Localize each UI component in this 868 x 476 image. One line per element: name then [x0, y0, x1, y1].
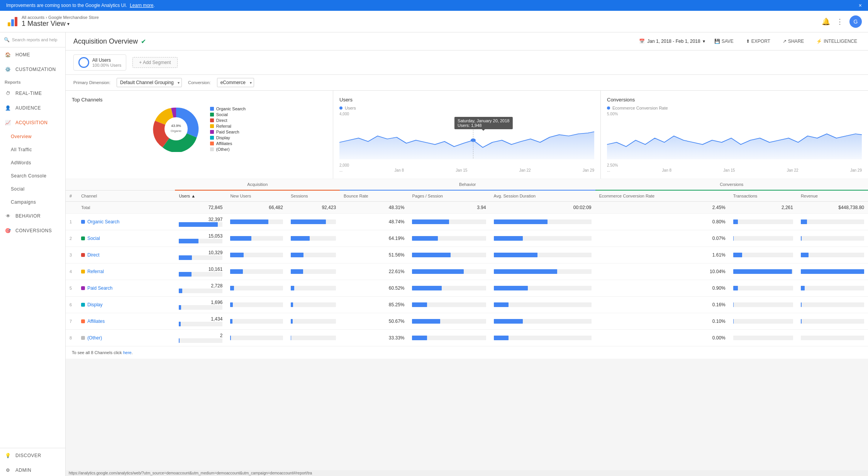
all-users-segment[interactable]: All Users 100.00% Users	[73, 54, 126, 71]
channel-link-direct[interactable]: Direct	[81, 252, 171, 258]
pie-legend: Organic Search Social Direct Referr	[210, 106, 246, 152]
sidebar-item-conversions[interactable]: 🎯 CONVERSIONS	[0, 223, 65, 238]
table-row: 2 Social 15,053	[66, 230, 868, 247]
users-y-max: 4,000	[339, 112, 594, 116]
search-box[interactable]: 🔍 Search reports and help	[0, 32, 65, 47]
conv-y-min: 2.50%	[607, 163, 862, 167]
eye-icon: 👁	[5, 213, 12, 219]
col-bounce-rate[interactable]: Bounce Rate	[340, 190, 408, 202]
sidebar-item-overview[interactable]: Overview	[0, 130, 65, 143]
table-footer: To see all 8 Channels click here.	[66, 346, 868, 359]
target-icon: 🎯	[5, 227, 12, 234]
save-button[interactable]: 💾 SAVE	[711, 37, 737, 46]
sidebar-item-audience[interactable]: 👤 AUDIENCE	[0, 101, 65, 115]
table-row: 4 Referral 10,161	[66, 263, 868, 280]
legend-paid-search: Paid Search	[210, 130, 246, 134]
col-ecom-rate[interactable]: Ecommerce Conversion Rate	[595, 190, 729, 202]
legend-direct: Direct	[210, 118, 246, 123]
more-icon[interactable]: ⋮	[836, 17, 843, 26]
gear-icon: ⚙	[5, 467, 12, 474]
conv-y-max: 5.00%	[607, 112, 862, 116]
segment-bar: All Users 100.00% Users + Add Segment	[66, 51, 868, 75]
channel-link-paid-search[interactable]: Paid Search	[81, 285, 171, 291]
avatar[interactable]: G	[849, 15, 862, 28]
totals-row: Total 72,845 66,482 92,423 48.31% 3.94 0…	[66, 202, 868, 214]
export-button[interactable]: ⬆ EXPORT	[743, 37, 773, 46]
main-layout: 🔍 Search reports and help 🏠 HOME ⚙️ CUST…	[0, 32, 868, 476]
channel-link-display[interactable]: Display	[81, 302, 171, 307]
channel-link-referral[interactable]: Referral	[81, 269, 171, 274]
footer-here-link[interactable]: here	[123, 350, 132, 355]
col-sessions[interactable]: Sessions	[287, 190, 340, 202]
date-range-selector[interactable]: 📅 Jan 1, 2018 - Feb 1, 2018 ▾	[639, 39, 705, 44]
sidebar-item-customization[interactable]: ⚙️ CUSTOMIZATION	[0, 62, 65, 77]
sidebar-item-social[interactable]: Social	[0, 182, 65, 196]
segment-circle	[78, 57, 89, 68]
main-content: Acquisition Overview ✔ 📅 Jan 1, 2018 - F…	[66, 32, 868, 476]
notifications-icon[interactable]: 🔔	[822, 17, 830, 26]
sidebar-item-discover[interactable]: 💡 DISCOVER	[0, 448, 65, 463]
sidebar-item-behavior[interactable]: 👁 BEHAVIOR	[0, 209, 65, 223]
calendar-icon: 📅	[639, 39, 645, 44]
channel-link-organic[interactable]: Organic Search	[81, 219, 171, 224]
channel-dot-paid	[81, 286, 85, 290]
dimension-bar: Primary Dimension: Default Channel Group…	[66, 75, 868, 91]
table-row: 8 (Other) 2	[66, 330, 868, 346]
col-channel	[66, 179, 175, 190]
sidebar-item-adwords[interactable]: AdWords	[0, 156, 65, 169]
channel-link-social[interactable]: Social	[81, 236, 171, 241]
data-table-section: Acquisition Behavior Conversions	[66, 179, 868, 359]
share-icon: ↗	[783, 39, 787, 44]
account-info: All accounts › Google Merchandise Store …	[22, 15, 99, 28]
users-y-min: 2,000	[339, 163, 594, 167]
settings-icon: ⚙️	[5, 66, 12, 73]
svg-text:Organic: Organic	[171, 129, 181, 133]
ga-logo	[6, 15, 19, 28]
channel-dot-social	[81, 236, 85, 240]
table-row: 6 Display 1,696	[66, 297, 868, 313]
conv-x-labels: ... Jan 8 Jan 15 Jan 22 Jan 29	[607, 168, 862, 172]
legend-other: (Other)	[210, 147, 246, 152]
table-row: 7 Affiliates 1,434	[66, 313, 868, 330]
legend-organic: Organic Search	[210, 106, 246, 111]
conv-svg-chart	[607, 117, 862, 159]
col-avg-session[interactable]: Avg. Session Duration	[490, 190, 595, 202]
sidebar: 🔍 Search reports and help 🏠 HOME ⚙️ CUST…	[0, 32, 66, 476]
share-button[interactable]: ↗ SHARE	[780, 37, 807, 46]
channel-link-other[interactable]: (Other)	[81, 335, 171, 341]
col-new-users[interactable]: New Users	[226, 190, 287, 202]
sidebar-item-all-traffic[interactable]: All Traffic	[0, 143, 65, 156]
sidebar-item-acquisition[interactable]: 📈 ACQUISITION	[0, 115, 65, 130]
group-conversions: Conversions	[595, 179, 868, 190]
sidebar-item-home[interactable]: 🏠 HOME	[0, 47, 65, 62]
intelligence-icon: ⚡	[816, 39, 822, 44]
sidebar-item-admin[interactable]: ⚙ ADMIN	[0, 463, 65, 476]
col-transactions[interactable]: Transactions	[729, 190, 797, 202]
segment-info: All Users 100.00% Users	[92, 57, 121, 68]
svg-rect-1	[8, 22, 10, 26]
banner-learn-more[interactable]: Learn more	[130, 3, 153, 8]
add-segment-button[interactable]: + Add Segment	[132, 57, 177, 68]
sidebar-item-campaigns[interactable]: Campaigns	[0, 196, 65, 209]
save-icon: 💾	[714, 39, 720, 44]
sidebar-item-search-console[interactable]: Search Console	[0, 169, 65, 182]
conversion-select[interactable]: eCommerce	[217, 78, 254, 87]
sidebar-item-realtime[interactable]: ⏱ REAL-TIME	[0, 86, 65, 101]
master-view-selector[interactable]: 1 Master View ▾	[22, 20, 99, 28]
banner-close[interactable]: ×	[859, 2, 862, 8]
col-users[interactable]: Users ▲	[175, 190, 226, 202]
svg-text:43.9%: 43.9%	[171, 124, 181, 128]
intelligence-button[interactable]: ⚡ INTELLIGENCE	[813, 37, 860, 46]
chart-icon: 📈	[5, 119, 12, 126]
pie-chart: 43.9% Organic	[153, 106, 199, 152]
col-pages-session[interactable]: Pages / Session	[408, 190, 490, 202]
channel-link-affiliates[interactable]: Affiliates	[81, 319, 171, 324]
reports-section-label: Reports	[0, 77, 65, 86]
breadcrumb: All accounts › Google Merchandise Store	[22, 15, 99, 20]
svg-rect-2	[11, 19, 14, 26]
users-dot	[339, 106, 342, 110]
conv-series-label: Ecommerce Conversion Rate	[607, 106, 862, 110]
col-revenue[interactable]: Revenue	[797, 190, 868, 202]
primary-dimension-select[interactable]: Default Channel Grouping	[117, 78, 182, 87]
search-placeholder-text: Search reports and help	[12, 37, 57, 42]
